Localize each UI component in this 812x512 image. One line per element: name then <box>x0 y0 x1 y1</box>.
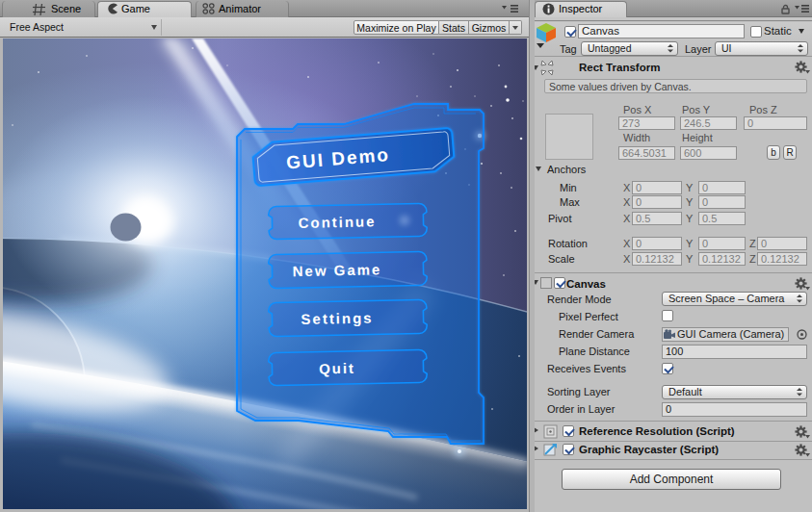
svg-text:New Game: New Game <box>292 261 381 279</box>
svg-text:Settings: Settings <box>301 309 374 327</box>
svg-text:Quit: Quit <box>319 360 355 377</box>
svg-text:Continue: Continue <box>298 213 376 231</box>
